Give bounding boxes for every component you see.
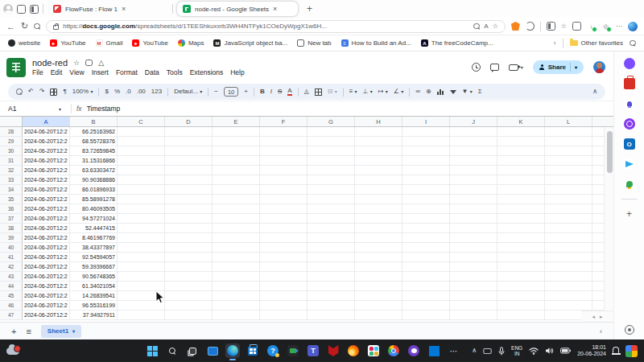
row-header[interactable]: 43 — [0, 272, 23, 281]
cell-empty[interactable] — [497, 166, 545, 175]
cell-b[interactable]: 94.57271024 — [70, 214, 118, 223]
sheet-menu-caret-icon[interactable]: ▾ — [72, 328, 75, 334]
cell-empty[interactable] — [213, 311, 260, 319]
cell-empty[interactable] — [118, 253, 165, 261]
cell-a[interactable]: 2024-06-20T12:2 — [23, 272, 70, 281]
row-header[interactable]: 35 — [0, 195, 23, 204]
cell-empty[interactable] — [450, 243, 497, 252]
cell-empty[interactable] — [450, 156, 497, 165]
cell-empty[interactable] — [402, 253, 450, 261]
insert-link-icon[interactable]: ∞ — [415, 88, 420, 95]
cell-empty[interactable] — [402, 233, 450, 242]
font-select[interactable]: Defaul... ▾ — [174, 88, 202, 95]
vertical-tabs-icon[interactable] — [30, 5, 39, 14]
cell-b[interactable]: 92.54594057 — [70, 253, 118, 261]
document-title[interactable]: node-red — [32, 58, 68, 68]
cell-empty[interactable] — [118, 156, 165, 165]
cell-empty[interactable] — [260, 291, 308, 300]
cell-empty[interactable] — [450, 127, 497, 136]
menu-insert[interactable]: Insert — [92, 68, 109, 76]
microphone-icon[interactable] — [498, 347, 505, 356]
row-header[interactable]: 44 — [0, 282, 23, 290]
row-header[interactable]: 37 — [0, 214, 23, 223]
cell-empty[interactable] — [497, 282, 545, 290]
cell-empty[interactable] — [355, 233, 402, 242]
cell-empty[interactable] — [402, 156, 450, 165]
cell-empty[interactable] — [545, 272, 592, 281]
cell-empty[interactable] — [213, 243, 260, 252]
cell-empty[interactable] — [545, 282, 592, 290]
cell-empty[interactable] — [165, 214, 213, 223]
cell-a[interactable]: 2024-06-20T12:2 — [23, 175, 70, 184]
cell-empty[interactable] — [308, 185, 355, 194]
teams-icon[interactable]: T — [306, 343, 320, 358]
cell-empty[interactable] — [497, 291, 545, 300]
cell-empty[interactable] — [308, 272, 355, 281]
column-header-d[interactable]: D — [165, 117, 213, 126]
cell-empty[interactable] — [545, 291, 592, 300]
cell-b[interactable]: 8.461967769 — [70, 233, 118, 242]
cell-empty[interactable] — [308, 156, 355, 165]
corner-widget-icon[interactable] — [625, 345, 638, 357]
read-aloud-icon[interactable]: A — [484, 23, 488, 30]
cell-empty[interactable] — [545, 195, 592, 204]
currency-format-icon[interactable]: $ — [105, 88, 108, 95]
cell-a[interactable]: 2024-06-20T12:2 — [23, 156, 70, 165]
cell-empty[interactable] — [450, 204, 497, 213]
functions-icon[interactable]: Σ — [478, 88, 482, 95]
cell-empty[interactable] — [165, 224, 213, 232]
row-header[interactable]: 42 — [0, 262, 23, 271]
cell-empty[interactable] — [402, 224, 450, 232]
cell-empty[interactable] — [165, 291, 213, 300]
slack-icon[interactable] — [366, 343, 381, 358]
cell-empty[interactable] — [355, 243, 402, 252]
cell-empty[interactable] — [213, 195, 260, 204]
star-icon[interactable]: ☆ — [73, 59, 80, 67]
cell-empty[interactable] — [118, 243, 165, 252]
cell-b[interactable]: 52.4447415 — [70, 224, 118, 232]
merge-cells-icon[interactable]: ⊟ ▾ — [328, 88, 337, 95]
cell-empty[interactable] — [165, 156, 213, 165]
outlook-addon-icon[interactable] — [624, 138, 635, 150]
cell-empty[interactable] — [308, 175, 355, 184]
settings-gear-icon[interactable] — [625, 325, 634, 335]
metamask-icon[interactable] — [511, 22, 520, 31]
cell-b[interactable]: 96.55316199 — [70, 301, 118, 310]
cell-empty[interactable] — [355, 146, 402, 155]
row-header[interactable]: 29 — [0, 137, 23, 146]
cell-empty[interactable] — [497, 243, 545, 252]
cell-empty[interactable] — [308, 291, 355, 300]
cell-empty[interactable] — [213, 175, 260, 184]
cell-empty[interactable] — [165, 166, 213, 175]
cell-empty[interactable] — [402, 301, 450, 310]
cell-empty[interactable] — [402, 137, 450, 146]
cell-empty[interactable] — [450, 253, 497, 261]
browser-essentials-icon[interactable] — [572, 22, 581, 31]
cell-empty[interactable] — [308, 262, 355, 271]
strikethrough-icon[interactable]: S — [278, 88, 282, 95]
collections-icon[interactable]: ☆ — [561, 23, 567, 30]
cell-empty[interactable] — [308, 311, 355, 319]
cell-empty[interactable] — [450, 175, 497, 184]
cell-empty[interactable] — [308, 166, 355, 175]
decrease-decimal-icon[interactable]: .0 — [126, 88, 131, 95]
task-view-icon[interactable] — [185, 343, 200, 358]
cell-empty[interactable] — [165, 272, 213, 281]
share-caret-icon[interactable]: ▾ — [575, 64, 577, 70]
cell-empty[interactable] — [402, 185, 450, 194]
cell-empty[interactable] — [165, 146, 213, 155]
cell-empty[interactable] — [545, 214, 592, 223]
cell-empty[interactable] — [545, 204, 592, 213]
cell-empty[interactable] — [213, 214, 260, 223]
cell-empty[interactable] — [355, 127, 402, 136]
add-sheet-icon[interactable]: + — [11, 327, 16, 336]
cell-empty[interactable] — [450, 301, 497, 310]
cell-b[interactable]: 83.72659845 — [70, 146, 118, 155]
row-header[interactable]: 39 — [0, 233, 23, 242]
cell-empty[interactable] — [450, 146, 497, 155]
cell-empty[interactable] — [450, 224, 497, 232]
more-menu-icon[interactable]: ⋯ — [616, 23, 622, 30]
cell-empty[interactable] — [260, 137, 308, 146]
cell-empty[interactable] — [118, 214, 165, 223]
get-addons-icon[interactable]: + — [626, 208, 632, 220]
